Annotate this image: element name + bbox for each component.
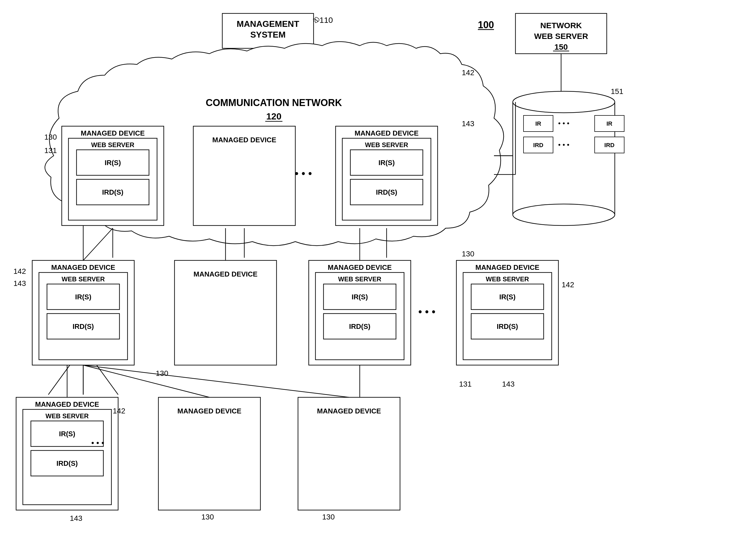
ref-120: 120 [266, 111, 282, 121]
md-fr-label: MANAGED DEVICE [475, 263, 539, 271]
ref-131-tl: 131 [44, 146, 57, 155]
ref-100: 100 [478, 19, 494, 30]
db-dots-ird: • • • [558, 141, 569, 149]
nws-label2: WEB SERVER [534, 32, 588, 41]
ws-tl-label: WEB SERVER [91, 141, 135, 148]
ref-142-bl: 142 [113, 407, 125, 415]
dots-row2-right: • • • [418, 306, 435, 318]
ref-143-ml: 143 [13, 279, 26, 288]
ird-fr-label: IRD(S) [497, 322, 518, 330]
ird-tl-label: IRD(S) [102, 188, 123, 196]
svg-line-24 [83, 228, 113, 260]
ref-143-fr: 143 [502, 380, 515, 388]
md-mm-label: MANAGED DEVICE [194, 270, 257, 278]
md-mr-label: MANAGED DEVICE [328, 263, 392, 271]
md-br-label: MANAGED DEVICE [317, 407, 381, 415]
ref-130-tl: 130 [44, 133, 57, 141]
ref-142-fr: 142 [562, 281, 574, 289]
db-ird2-label: IRD [604, 142, 615, 148]
ref-142-nws: 142 [462, 68, 474, 77]
md-tl-label: MANAGED DEVICE [81, 129, 145, 137]
ird-tr-label: IRD(S) [376, 188, 397, 196]
md-ml-label: MANAGED DEVICE [51, 263, 115, 271]
ird-bl-label: IRD(S) [56, 459, 78, 467]
ir-bl-label: IR(S) [59, 430, 75, 438]
ref-130-fr: 130 [462, 250, 474, 258]
cylinder-top [513, 91, 615, 113]
md-bl-label: MANAGED DEVICE [35, 400, 99, 408]
ws-tr-label: WEB SERVER [365, 141, 408, 148]
ird-mr-label: IRD(S) [349, 322, 370, 330]
comm-network-label: COMMUNICATION NETWORK [206, 97, 342, 108]
ref-130-mm: 130 [156, 369, 168, 377]
db-ir2-label: IR [606, 120, 612, 127]
management-system-label2: SYSTEM [250, 30, 286, 39]
dots-bl: • • • [91, 438, 104, 447]
ws-mr-label: WEB SERVER [338, 275, 381, 283]
ird-ml-label: IRD(S) [72, 322, 94, 330]
dots-top: • • • [295, 168, 312, 179]
ir-ml-label: IR(S) [75, 293, 92, 301]
md-tr-label: MANAGED DEVICE [355, 129, 419, 137]
ref-131-fr: 131 [459, 380, 472, 388]
db-ir1-label: IR [535, 120, 541, 127]
ws-ml-label: WEB SERVER [62, 275, 105, 283]
management-system-label1: MANAGEMENT [237, 19, 299, 29]
md-bm-label: MANAGED DEVICE [177, 407, 241, 415]
ir-mr-label: IR(S) [352, 293, 368, 301]
svg-line-22 [83, 365, 349, 397]
md-tm-label: MANAGED DEVICE [212, 136, 276, 144]
diagram: 100 MANAGEMENT SYSTEM 110 COMMUNICATION … [0, 0, 756, 549]
ir-fr-label: IR(S) [499, 293, 516, 301]
ref-142-ml: 142 [13, 267, 26, 275]
ref-143-bl: 143 [70, 514, 82, 522]
ir-tr-label: IR(S) [379, 159, 395, 167]
svg-line-21 [83, 365, 209, 397]
ref-143-tr: 143 [462, 119, 474, 128]
ref-110: 110 [319, 16, 333, 24]
ws-fr-label: WEB SERVER [486, 275, 529, 283]
nws-label1: NETWORK [540, 21, 582, 30]
db-dots-ir: • • • [558, 119, 569, 127]
db-ird1-label: IRD [533, 142, 543, 148]
ir-tl-label: IR(S) [105, 159, 121, 167]
cylinder-bottom [513, 204, 615, 226]
ref-130-br: 130 [322, 513, 335, 521]
ref-150: 150 [554, 42, 568, 51]
ws-bl-label: WEB SERVER [46, 412, 89, 420]
svg-line-16 [48, 365, 70, 395]
ref-130-bm: 130 [201, 513, 214, 521]
ref-151: 151 [611, 87, 623, 96]
